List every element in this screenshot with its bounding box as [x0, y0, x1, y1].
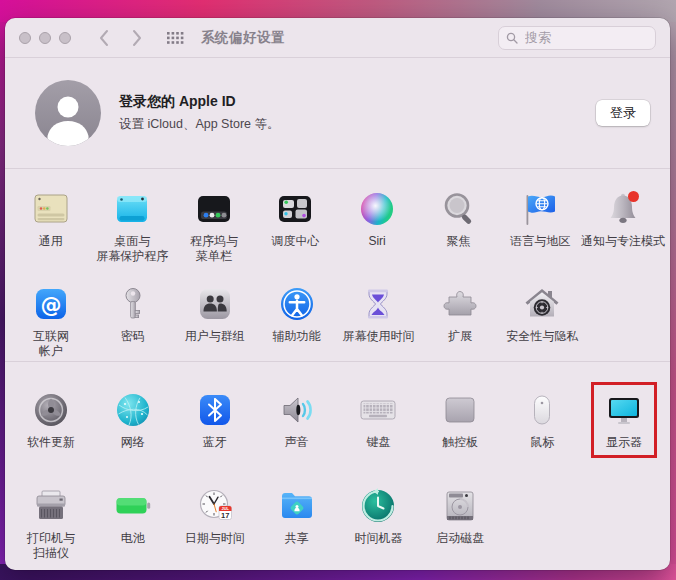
svg-text:@: @ — [40, 293, 61, 317]
pref-row-1: 通用 桌面与 屏幕保护程序 — [5, 169, 670, 265]
avatar — [35, 80, 101, 146]
time-machine-icon — [356, 484, 400, 528]
pref-label: 屏幕使用时间 — [342, 329, 414, 344]
pref-label: 程序坞与 菜单栏 — [190, 234, 238, 264]
users-groups-icon — [193, 282, 237, 326]
pref-extensions[interactable]: 扩展 — [419, 265, 501, 361]
titlebar: 系统偏好设置 — [5, 18, 670, 58]
pref-mission-control[interactable]: 调度中心 — [255, 169, 337, 265]
pref-desktop-screensaver[interactable]: 桌面与 屏幕保护程序 — [92, 169, 174, 265]
pref-date-time[interactable]: JUL 17 日期与时间 — [174, 468, 256, 570]
desktop-screensaver-icon — [110, 187, 154, 231]
pref-label: 网络 — [121, 435, 145, 450]
mouse-icon — [520, 388, 564, 432]
pref-bluetooth[interactable]: 蓝牙 — [174, 362, 256, 468]
dock-menubar-icon — [192, 187, 236, 231]
pref-row-2: @ 互联网 帐户 密码 — [5, 265, 670, 361]
pref-label: 互联网 帐户 — [33, 329, 69, 359]
pref-label: 扩展 — [448, 329, 472, 344]
network-icon — [111, 388, 155, 432]
pref-battery[interactable]: 电池 — [92, 468, 174, 570]
pref-printers-scanners[interactable]: 打印机与 扫描仪 — [10, 468, 92, 570]
sign-in-button[interactable]: 登录 — [596, 100, 650, 126]
pref-users-groups[interactable]: 用户与群组 — [174, 265, 256, 361]
pref-mouse[interactable]: 鼠标 — [501, 362, 583, 468]
pref-label: 启动磁盘 — [436, 531, 484, 546]
window-title: 系统偏好设置 — [201, 29, 285, 47]
system-preferences-window: 系统偏好设置 登录您的 Apple — [5, 18, 670, 570]
general-icon — [29, 187, 73, 231]
pref-label: 蓝牙 — [203, 435, 227, 450]
pref-label: 辅助功能 — [273, 329, 321, 344]
pref-sound[interactable]: 声音 — [256, 362, 338, 468]
pref-label: 通用 — [39, 234, 63, 249]
pref-language-region[interactable]: 语言与地区 — [499, 169, 581, 265]
show-all-grid-icon[interactable] — [167, 32, 184, 44]
pref-network[interactable]: 网络 — [92, 362, 174, 468]
pref-label: 聚焦 — [447, 234, 471, 249]
pref-label: 日期与时间 — [185, 531, 245, 546]
empty-cell — [583, 468, 665, 570]
pref-internet-accounts[interactable]: @ 互联网 帐户 — [10, 265, 92, 361]
pref-label: 密码 — [121, 329, 145, 344]
nav-buttons — [97, 29, 143, 47]
forward-button[interactable] — [131, 29, 143, 47]
apple-id-text: 登录您的 Apple ID 设置 iCloud、App Store 等。 — [119, 93, 279, 133]
siri-icon — [355, 187, 399, 231]
pref-label: 电池 — [121, 531, 145, 546]
pref-time-machine[interactable]: 时间机器 — [338, 468, 420, 570]
search-icon — [506, 32, 518, 44]
pref-general[interactable]: 通用 — [10, 169, 92, 265]
pref-startup-disk[interactable]: 启动磁盘 — [419, 468, 501, 570]
pref-label: 安全性与隐私 — [506, 329, 578, 344]
calendar-day-text: 17 — [221, 511, 229, 520]
apple-id-subtitle: 设置 iCloud、App Store 等。 — [119, 116, 279, 133]
pref-row-4: 打印机与 扫描仪 电池 — [5, 468, 670, 570]
pref-label: 软件更新 — [27, 435, 75, 450]
keyboard-icon — [356, 388, 400, 432]
empty-cell — [501, 468, 583, 570]
pref-dock-menubar[interactable]: 程序坞与 菜单栏 — [173, 169, 255, 265]
accessibility-icon — [275, 282, 319, 326]
language-region-icon — [518, 187, 562, 231]
pref-screen-time[interactable]: 屏幕使用时间 — [338, 265, 420, 361]
trackpad-icon — [438, 388, 482, 432]
prefs-section-top: 通用 桌面与 屏幕保护程序 — [5, 169, 670, 362]
highlight-box — [591, 382, 657, 458]
pref-notifications-focus[interactable]: 通知与专注模式 — [581, 169, 665, 265]
battery-icon — [111, 484, 155, 528]
pref-label: 触控板 — [442, 435, 478, 450]
pref-software-update[interactable]: 软件更新 — [10, 362, 92, 468]
search-field[interactable] — [498, 26, 656, 50]
back-button[interactable] — [97, 29, 109, 47]
zoom-button[interactable] — [59, 32, 71, 44]
pref-security-privacy[interactable]: 安全性与隐私 — [501, 265, 583, 361]
pref-siri[interactable]: Siri — [336, 169, 418, 265]
pref-sharing[interactable]: 共享 — [256, 468, 338, 570]
pref-accessibility[interactable]: 辅助功能 — [256, 265, 338, 361]
pref-passwords[interactable]: 密码 — [92, 265, 174, 361]
empty-cell — [583, 265, 665, 361]
pref-trackpad[interactable]: 触控板 — [419, 362, 501, 468]
pref-displays[interactable]: 显示器 — [583, 362, 665, 468]
extensions-icon — [438, 282, 482, 326]
pref-label: 用户与群组 — [185, 329, 245, 344]
prefs-section-bottom: 软件更新 — [5, 362, 670, 570]
mission-control-icon — [273, 187, 317, 231]
pref-label: Siri — [368, 234, 385, 249]
security-privacy-icon — [520, 282, 564, 326]
notifications-focus-icon — [601, 187, 645, 231]
startup-disk-icon — [438, 484, 482, 528]
search-input[interactable] — [523, 29, 648, 46]
pref-spotlight[interactable]: 聚焦 — [418, 169, 500, 265]
spotlight-icon — [437, 187, 481, 231]
printers-scanners-icon — [29, 484, 73, 528]
pref-keyboard[interactable]: 键盘 — [338, 362, 420, 468]
internet-accounts-icon: @ — [29, 282, 73, 326]
pref-label: 鼠标 — [530, 435, 554, 450]
minimize-button[interactable] — [39, 32, 51, 44]
pref-label: 键盘 — [366, 435, 390, 450]
close-button[interactable] — [19, 32, 31, 44]
sharing-icon — [275, 484, 319, 528]
software-update-icon — [29, 388, 73, 432]
